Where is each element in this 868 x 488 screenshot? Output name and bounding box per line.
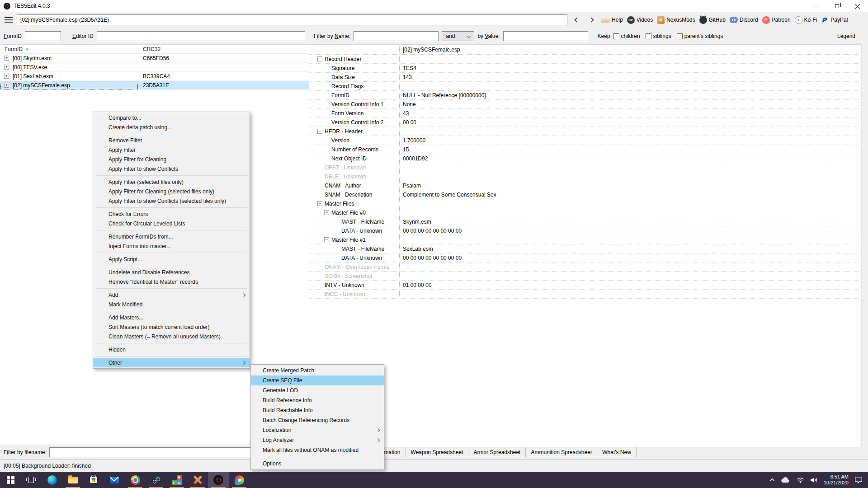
close-button[interactable]: [847, 0, 868, 12]
record-row[interactable]: Signature TES4: [309, 64, 861, 73]
toolbar-link[interactable]: GP Videos: [627, 16, 653, 24]
record-field-value[interactable]: [399, 55, 861, 63]
menu-item[interactable]: Apply Filter for Cleaning (selected file…: [93, 187, 250, 196]
toolbar-link[interactable]: P Patreon: [762, 16, 791, 24]
record-field-value[interactable]: [399, 272, 861, 280]
record-field-value[interactable]: 00001D92: [399, 154, 861, 163]
menu-item[interactable]: Undelete and Disable References: [93, 267, 250, 277]
record-row[interactable]: Version Control Info 2 00 00: [309, 118, 861, 127]
expand-plus-icon[interactable]: [4, 56, 9, 61]
collapse-minus-icon[interactable]: [317, 56, 322, 61]
menu-item[interactable]: Create Merged Patch: [251, 366, 384, 375]
taskbar-app-edge[interactable]: [42, 472, 62, 488]
menu-item[interactable]: Check for Errors: [93, 209, 250, 219]
menu-item[interactable]: Mark Modified: [93, 300, 250, 309]
keep-checkbox-group[interactable]: parent's siblings: [677, 33, 723, 39]
menu-item[interactable]: Apply Script...: [93, 254, 250, 264]
record-row[interactable]: Version 1.700000: [309, 136, 861, 145]
taskbar-app-file-explorer[interactable]: [62, 472, 83, 488]
menu-item[interactable]: Create delta patch using...: [93, 122, 250, 132]
menu-item[interactable]: Remove "Identical to Master" records: [93, 277, 250, 286]
menu-item[interactable]: Remove Filter: [93, 136, 250, 145]
menu-item[interactable]: Add Masters...: [93, 313, 250, 322]
menu-item[interactable]: Batch Change Referencing Records: [251, 415, 384, 425]
keep-checkbox-group[interactable]: siblings: [646, 33, 671, 39]
record-row[interactable]: ONAM - Overridden Forms: [309, 263, 861, 272]
record-column-header[interactable]: [02] mySCSFemale.esp: [399, 45, 861, 54]
crc32-column-header[interactable]: CRC32: [143, 46, 160, 52]
menu-item[interactable]: Build Reference Info: [251, 395, 384, 405]
record-row[interactable]: Version Control Info 1 None: [309, 100, 861, 109]
collapse-minus-icon[interactable]: [317, 201, 322, 206]
record-field-value[interactable]: 143: [399, 73, 861, 81]
tab[interactable]: Armor Spreadsheet: [468, 447, 526, 457]
toolbar-link[interactable]: ♥ Ko-Fi: [795, 16, 817, 24]
record-field-value[interactable]: [399, 82, 861, 90]
menu-item[interactable]: Create SEQ File: [251, 375, 384, 385]
plugin-tree-header[interactable]: FormID CRC32: [0, 45, 309, 54]
menu-item[interactable]: Options: [251, 459, 384, 469]
filter-name-input[interactable]: [354, 31, 439, 41]
record-row[interactable]: Next Object ID 00001D92: [309, 154, 861, 163]
record-field-value[interactable]: [399, 235, 861, 244]
record-field-value[interactable]: NULL - Null Reference [00000000]: [399, 91, 861, 99]
record-field-value[interactable]: 00 00: [399, 118, 861, 127]
menu-item[interactable]: Apply Filter to show Conflicts: [93, 164, 250, 174]
tab[interactable]: What's New: [597, 447, 637, 457]
record-field-value[interactable]: [399, 127, 861, 136]
record-row[interactable]: DATA - Unknown 00 00 00 00 00 00 00 00: [309, 226, 861, 235]
expand-plus-icon[interactable]: [4, 74, 9, 79]
taskbar-app-paint[interactable]: [229, 472, 250, 488]
taskbar-app-steam[interactable]: [146, 472, 166, 488]
volume-icon[interactable]: [810, 477, 818, 483]
filter-value-input[interactable]: [503, 31, 588, 41]
menu-item[interactable]: Mark all files without ONAM as modified: [251, 445, 384, 455]
menu-item[interactable]: Add: [93, 290, 250, 300]
record-row[interactable]: CNAM - Author Psalam: [309, 181, 861, 190]
tab[interactable]: Weapon Spreadsheet: [406, 447, 469, 457]
back-icon[interactable]: [574, 17, 579, 22]
record-field-value[interactable]: [399, 199, 861, 208]
record-row[interactable]: SNAM - Description Complement to Some Co…: [309, 190, 861, 199]
toolbar-link[interactable]: P PayPal: [821, 16, 848, 24]
menu-item[interactable]: Compare to...: [93, 113, 250, 122]
menu-item[interactable]: Generate LOD: [251, 385, 384, 395]
checkbox-unchecked[interactable]: [613, 33, 619, 39]
expand-plus-icon[interactable]: [4, 65, 9, 70]
record-row[interactable]: Master File #1: [309, 235, 861, 244]
menu-item[interactable]: Apply Filter (selected files only): [93, 177, 250, 187]
plugin-tree-row[interactable]: [01] SexLab.esm BC339CA4: [0, 72, 309, 81]
formid-input[interactable]: [25, 31, 61, 41]
tray-chevron-up-icon[interactable]: [769, 478, 775, 482]
menu-item[interactable]: Inject Forms into master...: [93, 241, 250, 251]
collapse-minus-icon[interactable]: [317, 129, 322, 134]
column-divider[interactable]: [71, 46, 71, 52]
menu-item[interactable]: Log Analyzer: [251, 435, 384, 445]
record-row[interactable]: MAST - FileName Skyrim.esm: [309, 217, 861, 226]
keep-checkbox-group[interactable]: children: [613, 33, 640, 39]
record-row[interactable]: Record Header: [309, 55, 861, 64]
start-button[interactable]: [0, 472, 21, 488]
record-row[interactable]: Master File #0: [309, 208, 861, 217]
record-field-value[interactable]: [399, 172, 861, 181]
menu-item[interactable]: Apply Filter to show Conflicts (selected…: [93, 196, 250, 206]
tab[interactable]: Ammunition Spreadsheet: [525, 447, 597, 457]
active-module-field[interactable]: [17, 14, 567, 25]
record-field-value[interactable]: TES4: [399, 64, 861, 72]
menu-item[interactable]: Renumber FormIDs from...: [93, 232, 250, 241]
record-row[interactable]: INCC - Unknown: [309, 290, 861, 299]
toolbar-link[interactable]: GitHub: [699, 16, 726, 24]
record-field-value[interactable]: None: [399, 100, 861, 108]
editor-id-input[interactable]: [97, 31, 305, 41]
menu-item[interactable]: Localization: [251, 425, 384, 435]
action-center-icon[interactable]: [854, 476, 863, 483]
column-divider[interactable]: [138, 46, 138, 52]
collapse-minus-icon[interactable]: [324, 210, 329, 215]
record-row[interactable]: SCRN - Screenshot: [309, 272, 861, 281]
record-row[interactable]: Form Version 43: [309, 109, 861, 118]
record-row[interactable]: Number of Records 15: [309, 145, 861, 154]
menu-item[interactable]: Apply Filter: [93, 145, 250, 155]
menu-item[interactable]: Other: [93, 358, 250, 367]
record-field-value[interactable]: [399, 290, 861, 298]
forward-icon[interactable]: [589, 17, 594, 22]
